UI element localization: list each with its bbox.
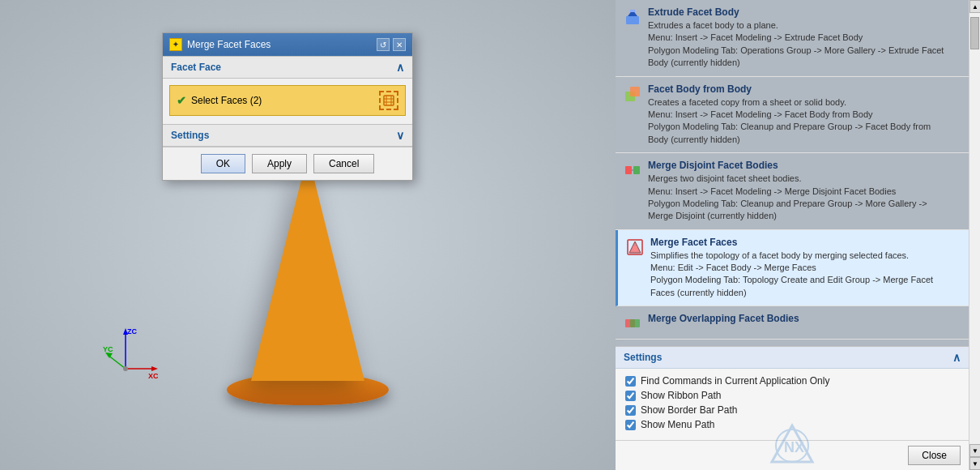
svg-point-9 xyxy=(123,366,128,371)
select-faces-text: Select Faces (2) xyxy=(191,95,262,106)
show-border-label: Show Border Bar Path xyxy=(641,404,737,416)
3d-viewport: ZC YC XC ✦ Merge Facet Faces ↺ ✕ xyxy=(0,0,616,470)
right-panel-container: Extrude Facet Body Extrudes a facet body… xyxy=(616,0,980,470)
dialog-title: Merge Facet Faces xyxy=(187,39,271,50)
find-commands-checkbox[interactable] xyxy=(625,376,636,387)
facet-face-section-header[interactable]: Facet Face ∧ xyxy=(163,56,412,79)
select-faces-check-icon: ✔ xyxy=(177,94,186,107)
result-desc-merge-facet-faces: Simplifies the topology of a facet body … xyxy=(650,250,944,300)
result-desc-facet-body-from-body: Creates a faceted copy from a sheet or s… xyxy=(648,96,944,147)
dialog-titlebar: ✦ Merge Facet Faces ↺ ✕ xyxy=(163,33,412,56)
settings-chevron: ∧ xyxy=(952,351,961,364)
svg-rect-15 xyxy=(626,16,639,24)
dialog-close-button[interactable]: ✕ xyxy=(393,38,406,51)
find-commands-label: Find Commands in Current Application Onl… xyxy=(641,375,829,387)
dialog-settings-chevron: ∨ xyxy=(396,129,404,142)
show-border-checkbox[interactable] xyxy=(625,405,636,416)
result-title-merge-overlapping-facet-bodies: Merge Overlapping Facet Bodies xyxy=(648,313,944,324)
result-item-facet-body-from-body[interactable]: Facet Body from Body Creates a faceted c… xyxy=(616,77,969,154)
extrude-facet-body-icon xyxy=(624,8,641,26)
merge-overlapping-facet-bodies-icon xyxy=(624,314,641,332)
facet-face-label: Facet Face xyxy=(171,62,221,73)
settings-title: Settings xyxy=(624,352,662,363)
scroll-down-button[interactable]: ▼ xyxy=(969,444,980,457)
result-desc-merge-disjoint-facet-bodies: Merges two disjoint facet sheet bodies. … xyxy=(648,173,944,223)
result-text-merge-disjoint-facet-bodies: Merge Disjoint Facet Bodies Merges two d… xyxy=(648,160,944,223)
right-panel: Extrude Facet Body Extrudes a facet body… xyxy=(616,0,969,470)
axes-indicator: ZC YC XC xyxy=(101,324,158,381)
show-ribbon-label: Show Ribbon Path xyxy=(641,390,721,401)
result-item-merge-facet-faces[interactable]: Merge Facet Faces Simplifies the topolog… xyxy=(616,230,969,307)
result-item-merge-overlapping-facet-bodies[interactable]: Merge Overlapping Facet Bodies xyxy=(616,306,969,340)
show-menu-checkbox[interactable] xyxy=(625,420,636,430)
result-title-extrude-facet-body: Extrude Facet Body xyxy=(648,6,944,18)
result-desc-extrude-facet-body: Extrudes a facet body to a plane. Menu: … xyxy=(648,19,944,70)
results-list[interactable]: Extrude Facet Body Extrudes a facet body… xyxy=(616,0,969,346)
cancel-button[interactable]: Cancel xyxy=(313,154,374,173)
result-title-facet-body-from-body: Facet Body from Body xyxy=(648,83,944,95)
svg-text:XC: XC xyxy=(148,372,158,380)
dialog-reset-button[interactable]: ↺ xyxy=(377,38,390,51)
cone-body xyxy=(251,154,364,381)
dialog-settings-label: Settings xyxy=(171,130,209,141)
ok-button[interactable]: OK xyxy=(201,154,245,173)
face-icon-box xyxy=(379,91,398,110)
nx-logo: NX xyxy=(768,421,816,470)
result-item-merge-disjoint-facet-bodies[interactable]: Merge Disjoint Facet Bodies Merges two d… xyxy=(616,153,969,230)
dialog-settings-section-header[interactable]: Settings ∨ xyxy=(163,124,412,147)
settings-row-find-commands: Find Commands in Current Application Onl… xyxy=(625,375,959,387)
svg-rect-17 xyxy=(630,10,635,12)
merge-facet-dialog: ✦ Merge Facet Faces ↺ ✕ Facet Face ∧ ✔ S… xyxy=(162,32,413,181)
right-scrollbar[interactable]: ▲ ▼ ▼ xyxy=(969,0,980,470)
svg-text:NX: NX xyxy=(784,439,804,455)
scroll-thumb[interactable] xyxy=(970,17,979,49)
result-item-extrude-facet-body[interactable]: Extrude Facet Body Extrudes a facet body… xyxy=(616,0,969,77)
svg-text:ZC: ZC xyxy=(127,327,137,335)
result-text-extrude-facet-body: Extrude Facet Body Extrudes a facet body… xyxy=(648,6,944,70)
settings-footer: NX Close xyxy=(616,440,969,470)
merge-facet-faces-icon xyxy=(626,238,644,256)
settings-row-show-border: Show Border Bar Path xyxy=(625,404,959,416)
result-title-merge-disjoint-facet-bodies: Merge Disjoint Facet Bodies xyxy=(648,160,944,171)
apply-button[interactable]: Apply xyxy=(252,154,307,173)
scroll-up-button[interactable]: ▲ xyxy=(969,0,980,13)
svg-rect-10 xyxy=(384,96,394,105)
result-title-merge-facet-faces: Merge Facet Faces xyxy=(650,237,944,248)
merge-disjoint-facet-bodies-icon xyxy=(624,161,641,179)
svg-rect-26 xyxy=(633,246,637,251)
svg-marker-7 xyxy=(151,366,158,371)
svg-rect-20 xyxy=(625,166,632,174)
svg-rect-28 xyxy=(630,319,640,327)
svg-text:YC: YC xyxy=(103,345,113,353)
dialog-controls: ↺ ✕ xyxy=(377,38,406,51)
facet-body-from-body-icon xyxy=(624,85,641,103)
result-text-facet-body-from-body: Facet Body from Body Creates a faceted c… xyxy=(648,83,944,147)
svg-rect-19 xyxy=(630,87,640,96)
dialog-title-icon: ✦ xyxy=(169,38,182,51)
result-text-merge-overlapping-facet-bodies: Merge Overlapping Facet Bodies xyxy=(648,313,944,326)
dialog-title-area: ✦ Merge Facet Faces xyxy=(169,38,271,51)
show-ribbon-checkbox[interactable] xyxy=(625,391,636,401)
facet-face-chevron: ∧ xyxy=(396,61,404,74)
settings-row-show-ribbon: Show Ribbon Path xyxy=(625,390,959,401)
svg-rect-21 xyxy=(633,166,640,174)
facet-face-content: ✔ Select Faces (2) xyxy=(163,79,412,124)
settings-panel: Settings ∧ Find Commands in Current Appl… xyxy=(616,346,969,470)
scroll-track[interactable] xyxy=(969,13,980,444)
result-text-merge-facet-faces: Merge Facet Faces Simplifies the topolog… xyxy=(650,237,944,300)
svg-line-3 xyxy=(108,355,126,369)
dialog-footer: OK Apply Cancel xyxy=(163,147,412,180)
settings-section-header[interactable]: Settings ∧ xyxy=(616,347,969,369)
select-faces-row[interactable]: ✔ Select Faces (2) xyxy=(169,85,406,116)
scroll-down-button-2[interactable]: ▼ xyxy=(969,457,980,470)
show-menu-label: Show Menu Path xyxy=(641,419,714,430)
select-faces-label: ✔ Select Faces (2) xyxy=(177,94,262,107)
close-button[interactable]: Close xyxy=(908,446,961,465)
